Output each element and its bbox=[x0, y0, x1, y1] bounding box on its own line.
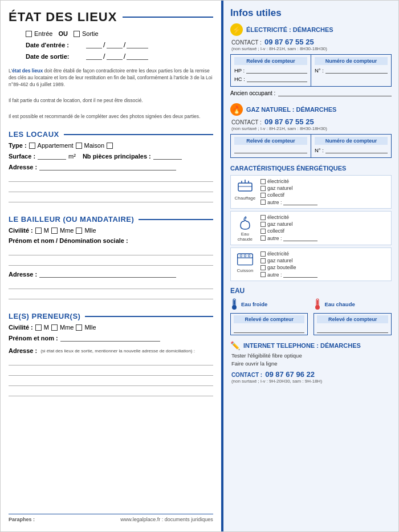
gaz-title-row: 🔥 GAZ NATUREL : DÉMARCHES bbox=[230, 103, 392, 116]
m-bailleur-checkbox[interactable] bbox=[35, 228, 42, 234]
section-bailleur-line bbox=[139, 219, 213, 220]
mme-bailleur-option[interactable]: Mme bbox=[51, 227, 74, 234]
mme-preneur-option[interactable]: Mme bbox=[51, 324, 74, 331]
date-entree-month[interactable] bbox=[107, 41, 123, 48]
mme-bailleur-checkbox[interactable] bbox=[51, 228, 58, 234]
eau-gaz[interactable]: gaz naturel bbox=[260, 221, 318, 227]
sep1: / bbox=[103, 40, 105, 49]
eau-elec-cb[interactable] bbox=[260, 215, 266, 220]
sortie-option[interactable]: Sortie bbox=[74, 30, 99, 37]
mlle-bailleur-option[interactable]: Mlle bbox=[76, 227, 96, 234]
surface-row: Surface : m² Nb pièces principales : bbox=[9, 152, 213, 160]
appart-option[interactable]: Appartement bbox=[29, 142, 74, 149]
chauffage-autre-cb[interactable] bbox=[260, 200, 266, 205]
eau-autre-input[interactable] bbox=[283, 235, 317, 241]
chauffage-gaz[interactable]: gaz naturel bbox=[260, 185, 318, 191]
chauffage-elec-cb[interactable] bbox=[260, 179, 266, 184]
chauffage-elec[interactable]: électricité bbox=[260, 178, 318, 184]
sortie-label: Sortie bbox=[82, 30, 99, 37]
m-bailleur-option[interactable]: M bbox=[35, 227, 49, 234]
internet-contact-row: CONTACT : 09 87 67 96 22 bbox=[230, 370, 392, 379]
eau-gaz-cb[interactable] bbox=[260, 222, 266, 227]
appart-checkbox[interactable] bbox=[29, 143, 35, 149]
mlle-bailleur-checkbox[interactable] bbox=[76, 228, 82, 234]
cuisson-elec[interactable]: électricité bbox=[260, 251, 318, 257]
entree-option[interactable]: Entrée bbox=[26, 30, 52, 37]
eau-collectif[interactable]: collectif bbox=[260, 228, 318, 234]
cuisson-elec-cb[interactable] bbox=[260, 251, 266, 257]
adresse-locaux-input[interactable] bbox=[39, 163, 176, 170]
cuisson-autre-cb[interactable] bbox=[260, 272, 266, 277]
chauffage-row: Chauffage électricité gaz naturel collec… bbox=[230, 175, 392, 209]
date-sortie-label: Date de sortie: bbox=[26, 53, 83, 60]
entry-exit-row: Entrée OU Sortie bbox=[9, 30, 213, 37]
date-sortie-month[interactable] bbox=[107, 52, 123, 60]
maison-option[interactable]: Maison bbox=[76, 142, 104, 149]
cuisson-gaz[interactable]: gaz naturel bbox=[260, 258, 318, 263]
other-checkbox[interactable] bbox=[107, 143, 113, 149]
eau-labels-row: Eau froide Eau chaude bbox=[230, 298, 392, 310]
date-entree-year[interactable] bbox=[127, 41, 148, 48]
date-sortie-day[interactable] bbox=[86, 52, 102, 60]
electricite-title-row: ⚡ ÉLECTRICITÉ : DÉMARCHES bbox=[230, 23, 392, 36]
electricite-contact-row: CONTACT : 09 87 67 55 25 bbox=[230, 38, 392, 46]
cuisson-bouteille[interactable]: gaz bouteille bbox=[260, 265, 318, 270]
eau-autre-cb[interactable] bbox=[260, 235, 266, 241]
eau-elec[interactable]: électricité bbox=[260, 214, 318, 220]
maison-checkbox[interactable] bbox=[76, 143, 82, 149]
surface-input[interactable] bbox=[38, 152, 66, 160]
mme-preneur-checkbox[interactable] bbox=[51, 324, 58, 331]
appart-label: Appartement bbox=[38, 142, 74, 149]
cuisson-bouteille-cb[interactable] bbox=[260, 265, 266, 270]
adresse-bailleur-line3 bbox=[9, 291, 213, 299]
cuisson-autre-input[interactable] bbox=[283, 271, 317, 278]
mlle-preneur-label: Mlle bbox=[84, 324, 96, 331]
type-label: Type : bbox=[9, 142, 27, 149]
type-row: Type : Appartement Maison bbox=[9, 142, 213, 149]
section-preneurs-line bbox=[85, 316, 213, 317]
or-label: OU bbox=[58, 30, 68, 37]
eau-autre: autre : bbox=[260, 235, 318, 241]
eau-collectif-cb[interactable] bbox=[260, 229, 266, 234]
m-preneur-option[interactable]: M bbox=[35, 324, 49, 331]
cuisson-gaz-cb[interactable] bbox=[260, 258, 266, 263]
chauffage-collectif-cb[interactable] bbox=[260, 193, 266, 198]
cuisson-icon bbox=[236, 251, 254, 267]
electricite-contact-number: 09 87 67 55 25 bbox=[264, 38, 314, 46]
adresse-bailleur-label: Adresse : bbox=[9, 271, 37, 278]
internet-contact-number: 09 87 67 96 22 bbox=[265, 370, 315, 379]
svg-rect-5 bbox=[238, 254, 253, 265]
adresse-bailleur-line2 bbox=[9, 281, 213, 289]
adresse-preneur-line2 bbox=[9, 368, 213, 376]
entree-checkbox[interactable] bbox=[26, 31, 32, 37]
date-entree-day[interactable] bbox=[86, 41, 102, 48]
mlle-preneur-checkbox[interactable] bbox=[76, 324, 82, 331]
prenom-bailleur-line2 bbox=[9, 258, 213, 266]
mlle-preneur-option[interactable]: Mlle bbox=[76, 324, 96, 331]
electricite-non-surtaxe: (non surtaxé ; l-v : 8H-21H, sam : 8H30-… bbox=[231, 46, 392, 51]
section-locaux-label: LES LOCAUX bbox=[9, 130, 59, 139]
internet-text1: Tester l'éligibilité fibre optique bbox=[231, 352, 392, 360]
m-preneur-label: M bbox=[44, 324, 49, 331]
date-sortie-field: / / bbox=[86, 52, 148, 60]
chauffage-gaz-cb[interactable] bbox=[260, 186, 266, 191]
date-sortie-year[interactable] bbox=[127, 52, 148, 60]
prenom-preneur-input[interactable] bbox=[60, 334, 160, 342]
chauffage-autre-input[interactable] bbox=[283, 199, 317, 205]
cuisson-row: Cuisson électricité gaz naturel gaz bout… bbox=[230, 247, 392, 281]
electricite-releve-cell: Relevé de compteur HP : HC : bbox=[231, 55, 311, 86]
svg-point-9 bbox=[244, 255, 246, 257]
adresse-locaux-row: Adresse : bbox=[9, 163, 213, 170]
eau-chaude-icon-col: Eau chaude bbox=[234, 214, 256, 242]
hc-row: HC : bbox=[234, 75, 307, 82]
adresse-locaux-line1 bbox=[9, 174, 213, 182]
m-preneur-checkbox[interactable] bbox=[35, 324, 42, 331]
nb-pieces-input[interactable] bbox=[153, 152, 182, 160]
svg-rect-6 bbox=[238, 254, 253, 258]
adresse-bailleur-input[interactable] bbox=[39, 270, 176, 278]
adresse-bailleur-row: Adresse : bbox=[9, 270, 213, 278]
chauffage-collectif[interactable]: collectif bbox=[260, 192, 318, 198]
date-entree-field: / / bbox=[86, 40, 148, 49]
sortie-checkbox[interactable] bbox=[74, 31, 80, 37]
page-title: ÉTAT DES LIEUX bbox=[9, 10, 117, 25]
